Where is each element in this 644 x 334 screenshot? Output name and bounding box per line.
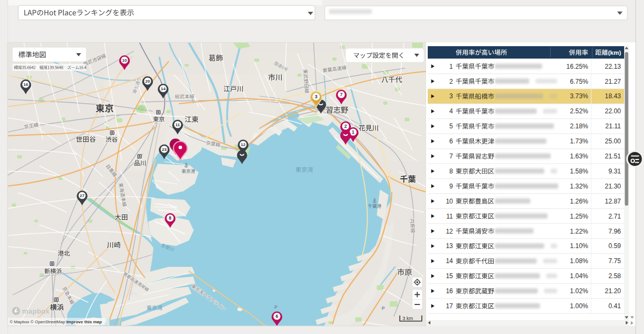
svg-text:27: 27 <box>80 193 85 198</box>
svg-text:21.11: 21.11 <box>605 122 621 130</box>
svg-text:21.51: 21.51 <box>605 153 621 160</box>
svg-text:2.52%: 2.52% <box>570 107 588 115</box>
svg-text:2.71: 2.71 <box>609 213 621 220</box>
svg-text:8: 8 <box>449 168 453 175</box>
svg-text:1.10%: 1.10% <box>570 242 588 250</box>
svg-text:1.00%: 1.00% <box>570 302 588 310</box>
svg-text:21.20: 21.20 <box>605 287 621 295</box>
svg-text:1.22%: 1.22% <box>570 228 588 235</box>
svg-text:5: 5 <box>449 122 453 130</box>
svg-text:22.00: 22.00 <box>605 107 621 115</box>
svg-text:4: 4 <box>449 107 453 115</box>
svg-text:21.27: 21.27 <box>605 78 621 85</box>
svg-text:7: 7 <box>449 153 453 160</box>
svg-text:1.08%: 1.08% <box>570 257 588 265</box>
svg-text:16: 16 <box>24 82 28 87</box>
svg-text:mapbox: mapbox <box>22 307 50 315</box>
svg-text:6.75%: 6.75% <box>570 78 588 85</box>
svg-text:0.41: 0.41 <box>609 302 621 310</box>
svg-text:© Mapbox © OpenStreetMap Impro: © Mapbox © OpenStreetMap Improve this ma… <box>10 320 102 324</box>
svg-text:1.73%: 1.73% <box>570 137 588 145</box>
svg-text:2: 2 <box>449 78 453 85</box>
svg-text:1.26%: 1.26% <box>570 198 588 205</box>
svg-text:3.73%: 3.73% <box>570 92 588 100</box>
svg-text:9: 9 <box>449 183 453 190</box>
svg-text:10: 10 <box>122 58 127 63</box>
svg-text:12.87: 12.87 <box>605 198 621 205</box>
svg-text:17: 17 <box>446 302 453 310</box>
svg-text:20: 20 <box>145 79 150 84</box>
svg-text:1.25%: 1.25% <box>570 213 588 220</box>
svg-text:1.63%: 1.63% <box>570 153 588 160</box>
svg-text:7.96: 7.96 <box>609 228 621 235</box>
svg-text:12: 12 <box>241 142 246 147</box>
svg-text:2.18%: 2.18% <box>570 122 588 130</box>
svg-text:14: 14 <box>161 86 166 91</box>
svg-text:0.59: 0.59 <box>609 242 621 250</box>
svg-text:3 km: 3 km <box>402 316 413 321</box>
svg-text:7.75: 7.75 <box>609 257 621 265</box>
svg-text:2: 2 <box>345 124 347 129</box>
svg-text:6: 6 <box>449 137 453 145</box>
svg-text:11: 11 <box>175 122 180 127</box>
svg-text:1: 1 <box>352 129 355 135</box>
svg-text:11: 11 <box>447 213 453 220</box>
svg-text:P: P <box>274 304 277 310</box>
svg-text:15: 15 <box>446 272 453 280</box>
svg-text:1.32%: 1.32% <box>570 183 588 190</box>
svg-text:21.30: 21.30 <box>605 183 621 190</box>
svg-text:3: 3 <box>314 94 317 99</box>
svg-text:23: 23 <box>162 147 167 152</box>
svg-text:9.31: 9.31 <box>609 168 621 175</box>
svg-text:10: 10 <box>446 198 453 205</box>
svg-text:2.58: 2.58 <box>609 272 621 280</box>
svg-text:8: 8 <box>169 215 172 221</box>
svg-text:1.02%: 1.02% <box>570 287 588 295</box>
svg-text:1.04%: 1.04% <box>570 272 588 280</box>
svg-text:12: 12 <box>446 228 453 235</box>
svg-text:1.58%: 1.58% <box>570 168 588 175</box>
svg-text:1: 1 <box>449 63 453 70</box>
svg-text:14: 14 <box>446 257 453 265</box>
svg-text:16.25%: 16.25% <box>566 63 588 70</box>
svg-text:3: 3 <box>449 92 453 100</box>
svg-text:P: P <box>382 306 385 311</box>
svg-text:13: 13 <box>446 242 453 250</box>
svg-text:22.13: 22.13 <box>605 63 621 70</box>
svg-text:6: 6 <box>276 314 279 319</box>
svg-text:25.00: 25.00 <box>605 137 621 145</box>
svg-text:7: 7 <box>340 92 343 97</box>
svg-text:(km): (km) <box>608 49 621 56</box>
svg-text:16: 16 <box>446 287 453 295</box>
svg-text:18.43: 18.43 <box>605 92 621 100</box>
